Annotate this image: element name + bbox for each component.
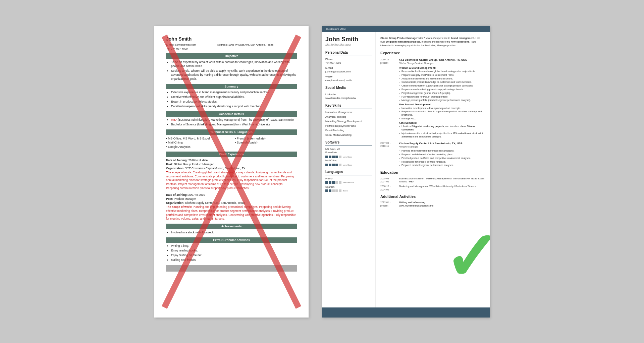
languages-title: Languages: [325, 170, 372, 175]
exp-bullet: Innovation development - develop new pro…: [399, 107, 486, 110]
exp-bullet: Manage product portfolio (product segmen…: [399, 99, 486, 102]
exp-bullet: Planned and implemented promotional camp…: [399, 149, 486, 153]
social-media-title: Social Media: [325, 85, 372, 91]
work-entry-2: Date of Joining: 2007 to 2010 Post: Prod…: [166, 193, 297, 221]
work-entry-1: Date of Joining: 2010 to till date Post:…: [166, 159, 297, 190]
cv-header: Curriculum Vitae: [322, 26, 490, 32]
exp-bullet: Project management (teams of up to 5 peo…: [399, 92, 486, 95]
skill-item: Marketing Strategy Development: [325, 120, 372, 123]
left-extra-title: Extra Curricular Activities: [166, 237, 297, 243]
lang-row-spanish: Spanish Basic: [325, 185, 372, 192]
list-item: Expert in product portfolio strategies.: [171, 100, 297, 104]
left-name: John Smith: [166, 36, 297, 43]
list-item: To be an expert in my area of work, with…: [171, 60, 297, 68]
right-content: Global Group Product Manager with 7 year…: [376, 32, 490, 307]
right-summary: Global Group Product Manager with 7 year…: [380, 36, 486, 48]
right-job-title: Marketing Manager: [325, 43, 372, 47]
lang-row-french: French Intermediate: [325, 177, 372, 184]
exp-bullet: Prepare annual marketing plans to suppor…: [399, 88, 486, 91]
list-item: Creative with effective and efficient or…: [171, 95, 297, 99]
phone-value: 774-987-4009: [325, 61, 372, 65]
edu-entry-2: 2000-10 -2004-05 Marketing and Managemen…: [380, 185, 486, 191]
list-item: • MS Office: MS Word, MS Excel: [166, 136, 228, 141]
phone-label: Phone: [325, 58, 372, 61]
experience-title: Experience: [380, 51, 486, 56]
left-header: John Smith E-Mail: j.smith@mail.com Addr…: [166, 36, 297, 51]
left-objective-title: Objective: [166, 53, 297, 59]
left-footer-bar: [166, 265, 297, 272]
list-item: Bachelor of Science (Marketing and Manag…: [171, 123, 297, 127]
email-value: j.smith@uptowork.com: [325, 70, 372, 74]
left-summary-title: Summary: [166, 84, 297, 90]
add-act-entry-1: 2012-01 -present Writing and Influencing…: [380, 201, 486, 208]
left-tel: Tel: 774-987-4009: [166, 47, 297, 51]
www-label: WWW: [325, 75, 372, 79]
software-label: MS Excel, MS PowerPoint: [325, 148, 349, 154]
exp-bullet: Prepare Category and Portfolio Deploymen…: [399, 73, 486, 77]
left-work-title: Work Experience: [166, 152, 297, 157]
list-item: • Mail Chimp: [166, 140, 228, 145]
right-name: John Smith: [325, 36, 372, 43]
exp-bullet: Responsible for product portfolio foreca…: [399, 160, 486, 164]
linkedin-label: LinkedIn: [325, 93, 372, 97]
list-item: • Google Analytics: [166, 145, 228, 149]
right-sidebar: John Smith Marketing Manager Personal Da…: [322, 32, 376, 307]
list-item: Involved in a stock sell-off project.: [171, 231, 297, 235]
list-item: Making new friends.: [171, 258, 297, 262]
exp-bullet: Prepared and delivered effective marketi…: [399, 153, 486, 156]
left-technical-title: Technical Skills & Languages: [166, 129, 297, 135]
list-item: Excellent interpersonal skills quickly d…: [171, 105, 297, 109]
left-achievements-list: Involved in a stock sell-off project.: [166, 231, 297, 235]
exp-bullet: Fully responsible for P&L of product por…: [399, 95, 486, 99]
list-item: Enjoy Surfing on the net.: [171, 253, 297, 258]
software-label: Mail Chimp: [325, 159, 349, 162]
additional-activities-title: Additional Activities: [380, 194, 486, 199]
left-extra-list: Writing a blog. Enjoy reading books. Enj…: [166, 244, 297, 262]
list-item: Writing a blog.: [171, 244, 297, 248]
right-body: John Smith Marketing Manager Personal Da…: [322, 32, 490, 307]
exp-bullet: Prepare communication plans to support n…: [399, 110, 486, 117]
left-academic-title: Academic Details: [166, 111, 297, 117]
skill-item: Portfolio Deployment Plans: [325, 124, 372, 128]
skill-item: E-mail Marketing: [325, 129, 372, 132]
exp-bullet: Responsible for the creation of global b…: [399, 70, 486, 73]
software-row-2: Mail Chimp: [325, 159, 372, 162]
exp-entry-2: 2007-09 - 2010-11 Kitchen Supply Center …: [380, 141, 486, 168]
right-resume: Curriculum Vitae John Smith Marketing Ma…: [322, 26, 490, 318]
list-item: MBA (Business Administration, Marketing …: [171, 118, 297, 122]
exp-bullet: Provided product portfolios and competit…: [399, 157, 486, 160]
right-footer: [322, 307, 490, 318]
list-item: Seeking a role, where I will be able to …: [171, 69, 297, 81]
list-item: • Spanish (basic): [235, 140, 297, 145]
education-title: Education: [380, 170, 486, 175]
linkedin-value: www.linkedin.com/johnsutw: [325, 97, 372, 100]
left-email: E-Mail: j.smith@mail.com Address: 1905 W…: [166, 43, 297, 47]
exp-bullet: My involvement in a stock sell-off proje…: [399, 132, 486, 138]
list-item: • French (intermediate): [235, 136, 297, 141]
edu-entry-1: 2005-09 -2007-05 Business Administration…: [380, 177, 486, 184]
skill-item: Analytical Thinking: [325, 115, 372, 119]
key-skills-title: Key Skills: [325, 103, 372, 109]
list-item: Enjoy reading books.: [171, 249, 297, 253]
left-technical-content: • MS Office: MS Word, MS Excel • Mail Ch…: [166, 136, 297, 149]
list-item: Extensive experience in brand management…: [171, 91, 297, 95]
email-label: E-mail: [325, 66, 372, 70]
exp-bullet: Create communication support plans for s…: [399, 84, 486, 88]
exp-bullet: Manage P&L.: [399, 117, 486, 120]
software-title: Software: [325, 140, 372, 146]
www-value: cv.uptowork.com/j.smith: [325, 79, 372, 82]
software-row-1: MS Excel, MS PowerPoint: [325, 148, 372, 154]
exp-entry-1: 2010-12 - present XYZ Cosmetics Capital …: [380, 58, 486, 139]
skill-item: Innovation Management: [325, 111, 372, 114]
exp-bullet: Analyze market trends and recommend solu…: [399, 77, 486, 80]
left-academic-list: MBA (Business Administration, Marketing …: [166, 118, 297, 127]
left-achievements-title: Achievements: [166, 224, 297, 229]
exp-bullet: I finalized 10 global marketing projects…: [399, 125, 486, 131]
exp-bullet: Prepared product segment performance ana…: [399, 164, 486, 167]
left-summary-list: Extensive experience in brand management…: [166, 91, 297, 109]
left-resume: John Smith E-Mail: j.smith@mail.com Addr…: [154, 26, 309, 318]
left-objective-list: To be an expert in my area of work, with…: [166, 60, 297, 81]
exp-bullet: Communicate product knowledge to custome…: [399, 80, 486, 84]
personal-data-title: Personal Data: [325, 50, 372, 56]
skill-item: Social Media Marketing: [325, 133, 372, 137]
